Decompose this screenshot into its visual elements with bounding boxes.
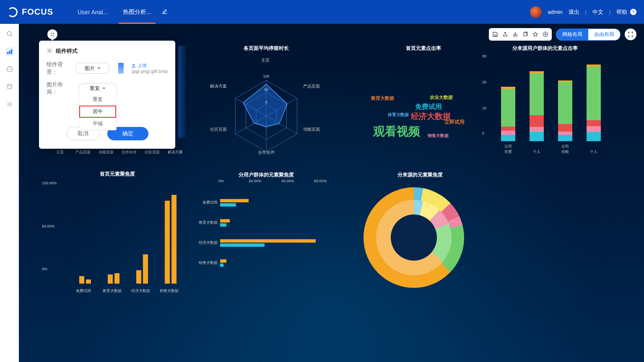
- layout-option-repeat[interactable]: 重复: [79, 93, 116, 106]
- logo-icon: [8, 7, 18, 17]
- svg-text:?: ?: [8, 67, 10, 71]
- svg-rect-23: [524, 33, 527, 36]
- gear-icon: [47, 48, 52, 55]
- bar-xlabel: 免费试用: [71, 288, 96, 294]
- radar-chart: 各页面平均停留时长 100 50 0 主页 产品页面 功能页面 合作伙伴 社区页…: [195, 45, 338, 168]
- svg-point-0: [7, 31, 11, 36]
- radar-title: 各页面平均停留时长: [195, 45, 338, 52]
- stacked-title: 分来源用户群体的元素点击率: [482, 45, 608, 52]
- wordcloud-word: 立即试用: [444, 119, 465, 126]
- focus-bar-chart: 首页元素聚焦度 100.00% 50.00% 0% 免费试用教育大数据经济大数据…: [42, 171, 193, 292]
- svg-text:100: 100: [263, 74, 269, 78]
- layout-option-center[interactable]: 居中: [79, 106, 116, 118]
- star-icon[interactable]: [531, 30, 540, 39]
- hbar-row: 销售大数据: [220, 259, 333, 267]
- hbar-title: 分用户群体的元素聚焦度: [195, 171, 338, 178]
- svg-rect-22: [494, 35, 496, 36]
- floor-decor: [19, 333, 644, 362]
- radar-svg: 100 50 0: [195, 55, 338, 164]
- search-icon[interactable]: [5, 30, 14, 38]
- wordcloud-word: 免费试用: [415, 103, 442, 111]
- bar-xlabel: 教育大数据: [99, 288, 125, 294]
- layout-grid-option[interactable]: 网格布局: [556, 29, 588, 40]
- component-style-popover: 组件样式 组件背景： 图片 上传 .jpg/.png/.gif/.bmp 图片布…: [39, 41, 175, 149]
- stacked-xlabel: 个人: [526, 149, 547, 155]
- brand-text: FOCUS: [22, 7, 53, 17]
- lang-toggle[interactable]: 中文: [592, 8, 603, 16]
- username: admin: [548, 9, 562, 15]
- donut-chart: 分来源的元素聚焦度: [351, 171, 481, 297]
- background-preview-swatch: [118, 63, 123, 74]
- panel-1-xlabels: 主页产品页面功能页面合作伙伴社区页面解决方案: [48, 150, 187, 155]
- svg-text:50: 50: [264, 88, 268, 92]
- wordcloud-chart: 首页元素点击率 观看视频经济大数据免费试用立即试用农业大数据教育大数据体育大数据…: [346, 45, 484, 145]
- import-icon[interactable]: [511, 30, 520, 39]
- stacked-xlabel: 个人: [583, 149, 604, 155]
- tab-user-analysis[interactable]: User Anal...: [70, 0, 115, 24]
- donut-title: 分来源的元素聚焦度: [359, 171, 481, 178]
- layout-dropdown: 重复 居中 平铺: [79, 93, 117, 130]
- bar-xlabel: 经济大数据: [128, 288, 153, 294]
- svg-point-7: [8, 103, 10, 105]
- stacked-bar-chart: 分来源用户群体的元素点击率 30 20 10 0 公司百度个人公司谷歌个人: [482, 45, 608, 154]
- popover-title: 组件样式: [47, 47, 168, 55]
- header-right: admin 退出 | 中文 | 帮助 ?: [530, 6, 636, 18]
- hbar-row: 经济大数据: [220, 239, 333, 247]
- copy-icon[interactable]: [521, 30, 530, 39]
- component-style-handle[interactable]: [47, 29, 57, 39]
- separator: |: [585, 9, 587, 15]
- stacked-xlabel: 公司谷歌: [555, 144, 576, 155]
- help-circle-icon[interactable]: ?: [5, 65, 14, 73]
- canvas-toolbar: 网格布局 自由布局: [489, 28, 636, 41]
- svg-rect-3: [11, 49, 12, 54]
- tab-heatmap-analysis[interactable]: 热图分析...: [115, 0, 159, 24]
- svg-point-6: [8, 84, 12, 86]
- add-icon[interactable]: [541, 30, 550, 39]
- export-icon[interactable]: [501, 30, 510, 39]
- svg-point-8: [49, 50, 50, 52]
- dashboard-icon[interactable]: [5, 47, 14, 56]
- stacked-xlabel: 公司百度: [498, 144, 519, 155]
- focus-bar-title: 首页元素聚焦度: [42, 171, 193, 178]
- layout-toggle: 网格布局 自由布局: [556, 28, 621, 41]
- layout-option-tile[interactable]: 平铺: [79, 118, 116, 130]
- wordcloud-title: 首页元素点击率: [363, 45, 484, 52]
- select-background-type[interactable]: 图片: [75, 63, 110, 74]
- hbar-row: 免费试用: [220, 199, 333, 207]
- popover-row-background: 组件背景： 图片 上传 .jpg/.png/.gif/.bmp: [47, 61, 168, 76]
- avatar[interactable]: [530, 6, 542, 18]
- fullscreen-icon[interactable]: [625, 28, 636, 40]
- upload-types-hint: .jpg/.png/.gif/.bmp: [131, 69, 168, 74]
- panel-1-edge: [178, 46, 187, 138]
- database-icon[interactable]: [5, 83, 14, 91]
- wordcloud-word: 体育大数据: [388, 112, 409, 118]
- dashboard-canvas: 主页产品页面功能页面合作伙伴社区页面解决方案 组件样式 组件背景： 图片 上传 …: [19, 24, 644, 362]
- donut-hole: [391, 215, 437, 261]
- toolbar-group: [489, 28, 552, 41]
- gear-icon[interactable]: [5, 100, 14, 109]
- popover-row-layout: 图片布局： 重复 重复 居中 平铺: [47, 81, 168, 96]
- left-sidebar: ?: [0, 24, 19, 362]
- svg-rect-2: [9, 51, 10, 54]
- select-image-layout[interactable]: 重复 重复 居中 平铺: [78, 83, 117, 94]
- help-link[interactable]: 帮助 ?: [616, 8, 636, 16]
- brand[interactable]: FOCUS: [8, 7, 53, 17]
- bar-xlabel: 销售大数据: [156, 288, 182, 294]
- separator: |: [609, 9, 610, 15]
- edit-tab-icon[interactable]: [161, 8, 168, 16]
- help-icon: ?: [630, 9, 636, 15]
- logout-link[interactable]: 退出: [569, 8, 579, 16]
- svg-rect-1: [7, 52, 8, 54]
- layout-free-option[interactable]: 自由布局: [588, 29, 620, 40]
- wordcloud-word: 销售大数据: [428, 133, 449, 139]
- label-background: 组件背景：: [47, 61, 70, 76]
- wordcloud-word: 农业大数据: [430, 94, 453, 101]
- group-focus-hbar: 分用户群体的元素聚焦度 0% 20.00% 40.00% 60.00% 免费试用…: [195, 171, 338, 293]
- upload-link[interactable]: 上传: [131, 62, 168, 69]
- svg-text:0: 0: [265, 100, 267, 104]
- wordcloud-word: 教育大数据: [371, 95, 394, 101]
- hbar-row: 教育大数据: [220, 219, 333, 227]
- label-image-layout: 图片布局：: [47, 81, 73, 96]
- save-icon[interactable]: [491, 30, 500, 39]
- wordcloud-word: 观看视频: [373, 124, 420, 140]
